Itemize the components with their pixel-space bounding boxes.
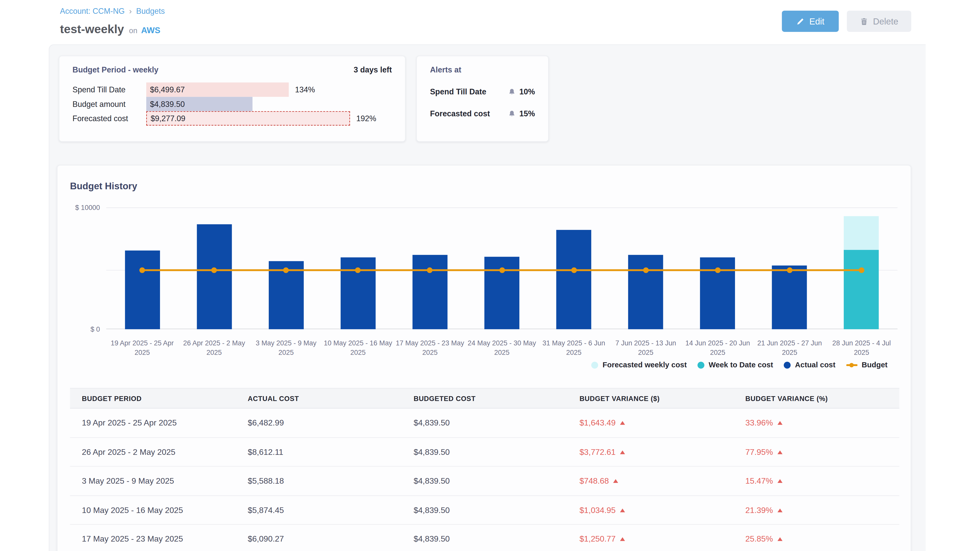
spend-bar: $6,499.67 — [146, 83, 289, 97]
budget-point[interactable] — [643, 267, 649, 273]
bell-icon — [508, 110, 515, 118]
actual-cost-bar[interactable] — [556, 230, 591, 329]
legend-item-budget[interactable]: Budget — [846, 360, 887, 369]
on-label: on — [129, 26, 138, 35]
cell-budget-variance-usd: $1,250.77 — [568, 534, 733, 544]
alerts-title: Alerts at — [430, 65, 461, 74]
legend-label: Forecasted weekly cost — [603, 360, 687, 369]
table-header-cell: BUDGET VARIANCE (%) — [733, 395, 899, 402]
budget-history-chart: $ 10000 $ 0 — [106, 207, 897, 329]
budget-period-bar-zone: $4,839.50 — [146, 97, 405, 111]
legend-marker-circle — [784, 362, 791, 368]
legend-item-week-to-date-cost[interactable]: Week to Date cost — [697, 360, 773, 369]
cell-budget-variance-pct: 25.85% — [733, 534, 899, 544]
actual-cost-bar[interactable] — [628, 255, 663, 329]
actual-cost-bar[interactable] — [772, 265, 807, 329]
delete-button-label: Delete — [873, 16, 898, 26]
pencil-icon — [796, 17, 804, 25]
x-axis-label: 3 May 2025 - 9 May 2025 — [250, 338, 322, 357]
cell-budget-variance-pct: 77.95% — [733, 447, 899, 457]
week-to-date-cost-bar[interactable] — [844, 250, 879, 329]
x-axis-label: 19 Apr 2025 - 25 Apr 2025 — [106, 338, 178, 357]
legend-label: Actual cost — [795, 360, 835, 369]
budget-history-card: Budget History $ 10000 $ 0 19 Apr 2025 -… — [57, 165, 912, 551]
edit-button[interactable]: Edit — [782, 11, 839, 32]
delete-button[interactable]: Delete — [847, 11, 911, 32]
cell-budget-variance-pct: 33.96% — [733, 418, 899, 427]
page: Account: CCM-NG › Budgets test-weekly on… — [0, 0, 980, 551]
budget-period-row-label: Forecasted cost — [59, 111, 146, 125]
bar-percent-label: 134% — [295, 83, 315, 97]
budget-period-row: Spend Till Date$6,499.67134% — [59, 83, 405, 97]
cell-budget-variance-usd: $3,772.61 — [568, 447, 733, 457]
alert-threshold-value: 10% — [519, 87, 535, 96]
cell-budgeted-cost: $4,839.50 — [402, 534, 568, 544]
legend-label: Budget — [862, 360, 887, 369]
alert-row: Spend Till Date10% — [417, 87, 548, 96]
cell-actual-cost: $5,874.45 — [236, 505, 402, 515]
triangle-up-icon — [620, 450, 625, 454]
breadcrumb: Account: CCM-NG › Budgets — [60, 6, 165, 16]
legend-item-forecasted-weekly-cost[interactable]: Forecasted weekly cost — [591, 360, 687, 369]
bar-stack — [412, 255, 447, 329]
triangle-up-icon — [620, 537, 625, 541]
table-row: 26 Apr 2025 - 2 May 2025$8,612.11$4,839.… — [70, 438, 899, 467]
y-tick-zero: $ 0 — [90, 326, 100, 333]
budget-period-card: Budget Period - weekly 3 days left Spend… — [59, 56, 406, 142]
alert-threshold-value: 15% — [519, 110, 535, 118]
table-body: 19 Apr 2025 - 25 Apr 2025$6,482.99$4,839… — [70, 409, 899, 551]
bar-stack — [628, 255, 663, 329]
main-panel: Budget Period - weekly 3 days left Spend… — [49, 44, 926, 551]
trash-icon — [860, 17, 868, 25]
alert-row: Forecasted cost15% — [417, 110, 548, 118]
forecast-bar: $9,277.09 — [146, 111, 350, 125]
forecasted-weekly-cost-bar[interactable] — [844, 216, 879, 250]
x-axis-label: 26 Apr 2025 - 2 May 2025 — [178, 338, 250, 357]
actual-cost-bar[interactable] — [412, 255, 447, 329]
table-header-cell: BUDGETED COST — [402, 395, 568, 402]
table-row: 10 May 2025 - 16 May 2025$5,874.45$4,839… — [70, 495, 899, 525]
legend-label: Week to Date cost — [709, 360, 773, 369]
page-title-row: test-weekly on AWS — [60, 22, 160, 36]
bar-value: $9,277.09 — [147, 114, 186, 123]
cell-budget-period: 3 May 2025 - 9 May 2025 — [70, 476, 236, 486]
actual-cost-bar[interactable] — [197, 224, 232, 329]
table-row: 17 May 2025 - 23 May 2025$6,090.27$4,839… — [70, 525, 899, 551]
bar-stack — [197, 224, 232, 329]
alert-label: Spend Till Date — [430, 87, 487, 96]
cell-budget-variance-pct: 21.39% — [733, 505, 899, 515]
cell-budget-variance-usd: $748.68 — [568, 476, 733, 486]
budget-point[interactable] — [787, 267, 792, 273]
breadcrumb-budgets-link[interactable]: Budgets — [136, 6, 165, 15]
budget-point[interactable] — [715, 267, 721, 273]
edit-button-label: Edit — [809, 16, 824, 26]
cell-budget-variance-usd: $1,034.95 — [568, 505, 733, 515]
alert-threshold-group: 15% — [508, 110, 535, 118]
x-axis-label: 31 May 2025 - 6 Jun 2025 — [538, 338, 610, 357]
x-axis-label: 14 Jun 2025 - 20 Jun 2025 — [682, 338, 754, 357]
cell-budget-period: 10 May 2025 - 16 May 2025 — [70, 505, 236, 515]
legend-marker-line-dot — [846, 364, 857, 366]
chart-title: Budget History — [70, 181, 137, 191]
triangle-up-icon — [777, 479, 783, 483]
chart-legend: Forecasted weekly costWeek to Date costA… — [591, 360, 888, 369]
table-header-cell: BUDGET PERIOD — [70, 395, 236, 402]
legend-marker-circle — [697, 362, 704, 368]
budget-period-bar-zone: $9,277.09192% — [146, 111, 405, 125]
budget-period-rows: Spend Till Date$6,499.67134%Budget amoun… — [59, 83, 405, 125]
cell-actual-cost: $5,588.18 — [236, 476, 402, 486]
actual-cost-bar[interactable] — [125, 250, 160, 329]
breadcrumb-account-link[interactable]: Account: CCM-NG — [60, 6, 124, 15]
cell-actual-cost: $8,612.11 — [236, 447, 402, 457]
budget-period-row: Forecasted cost$9,277.09192% — [59, 111, 405, 125]
cell-budget-period: 19 Apr 2025 - 25 Apr 2025 — [70, 418, 236, 427]
chevron-right-icon: › — [129, 6, 132, 16]
alerts-card: Alerts at Spend Till Date10%Forecasted c… — [416, 56, 549, 142]
triangle-up-icon — [620, 508, 625, 512]
legend-item-actual-cost[interactable]: Actual cost — [784, 360, 835, 369]
table-row: 19 Apr 2025 - 25 Apr 2025$6,482.99$4,839… — [70, 409, 899, 438]
x-axis-label: 7 Jun 2025 - 13 Jun 2025 — [610, 338, 682, 357]
budget-period-row-label: Spend Till Date — [59, 83, 146, 97]
cell-budgeted-cost: $4,839.50 — [402, 505, 568, 515]
alert-threshold-group: 10% — [508, 87, 535, 96]
